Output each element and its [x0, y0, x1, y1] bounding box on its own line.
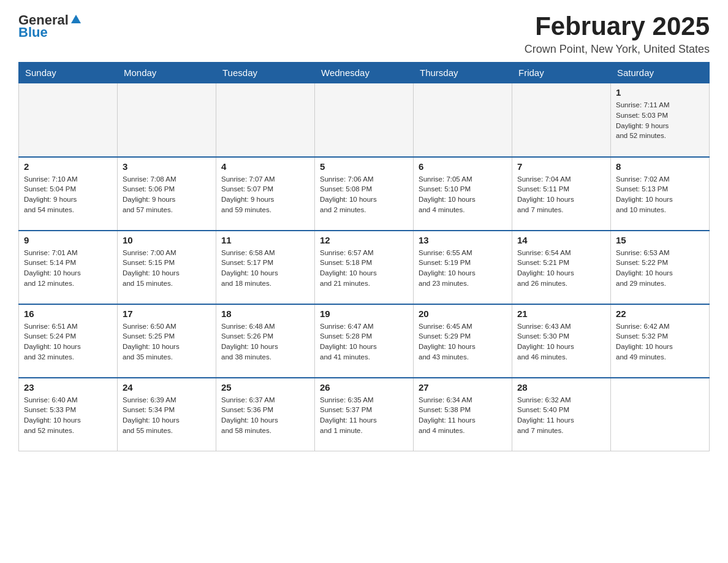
day-number: 1 — [616, 87, 704, 98]
day-info: Sunrise: 6:40 AM Sunset: 5:33 PM Dayligh… — [24, 395, 112, 436]
day-number: 15 — [616, 235, 704, 245]
calendar-day-cell: 10Sunrise: 7:00 AM Sunset: 5:15 PM Dayli… — [118, 231, 216, 304]
day-number: 22 — [616, 308, 704, 319]
day-info: Sunrise: 7:11 AM Sunset: 5:03 PM Dayligh… — [616, 100, 704, 141]
calendar-day-cell: 1Sunrise: 7:11 AM Sunset: 5:03 PM Daylig… — [611, 83, 710, 157]
calendar-week-row: 2Sunrise: 7:10 AM Sunset: 5:04 PM Daylig… — [19, 157, 710, 231]
day-number: 16 — [24, 308, 112, 319]
day-number: 12 — [320, 235, 408, 245]
day-number: 19 — [320, 308, 408, 319]
calendar-day-cell: 9Sunrise: 7:01 AM Sunset: 5:14 PM Daylig… — [19, 231, 118, 304]
day-info: Sunrise: 6:45 AM Sunset: 5:29 PM Dayligh… — [419, 321, 507, 362]
calendar-day-header: Tuesday — [216, 63, 315, 83]
calendar-day-cell: 20Sunrise: 6:45 AM Sunset: 5:29 PM Dayli… — [414, 304, 512, 378]
day-info: Sunrise: 6:42 AM Sunset: 5:32 PM Dayligh… — [616, 321, 704, 362]
day-number: 25 — [221, 382, 309, 393]
calendar-day-cell: 22Sunrise: 6:42 AM Sunset: 5:32 PM Dayli… — [611, 304, 710, 378]
day-info: Sunrise: 6:58 AM Sunset: 5:17 PM Dayligh… — [221, 248, 309, 289]
calendar-day-cell: 8Sunrise: 7:02 AM Sunset: 5:13 PM Daylig… — [611, 157, 710, 231]
day-info: Sunrise: 6:32 AM Sunset: 5:40 PM Dayligh… — [517, 395, 605, 436]
calendar-day-cell — [19, 83, 118, 157]
calendar-day-cell: 12Sunrise: 6:57 AM Sunset: 5:18 PM Dayli… — [315, 231, 414, 304]
day-info: Sunrise: 7:07 AM Sunset: 5:07 PM Dayligh… — [221, 174, 309, 215]
logo: General Blue — [18, 12, 82, 40]
day-number: 21 — [517, 308, 605, 319]
day-number: 3 — [123, 161, 211, 172]
day-number: 8 — [616, 161, 704, 172]
day-info: Sunrise: 7:05 AM Sunset: 5:10 PM Dayligh… — [419, 174, 507, 215]
calendar-day-cell: 2Sunrise: 7:10 AM Sunset: 5:04 PM Daylig… — [19, 157, 118, 231]
day-number: 24 — [123, 382, 211, 393]
month-title: February 2025 — [525, 12, 710, 40]
day-info: Sunrise: 7:00 AM Sunset: 5:15 PM Dayligh… — [123, 248, 211, 289]
day-number: 5 — [320, 161, 408, 172]
day-info: Sunrise: 6:53 AM Sunset: 5:22 PM Dayligh… — [616, 248, 704, 289]
calendar-day-cell — [315, 83, 414, 157]
calendar-day-header: Wednesday — [315, 63, 414, 83]
calendar-day-cell: 16Sunrise: 6:51 AM Sunset: 5:24 PM Dayli… — [19, 304, 118, 378]
day-info: Sunrise: 7:01 AM Sunset: 5:14 PM Dayligh… — [24, 248, 112, 289]
day-number: 27 — [419, 382, 507, 393]
day-info: Sunrise: 6:57 AM Sunset: 5:18 PM Dayligh… — [320, 248, 408, 289]
calendar-day-cell: 4Sunrise: 7:07 AM Sunset: 5:07 PM Daylig… — [216, 157, 315, 231]
page-header: General Blue February 2025 Crown Point, … — [18, 12, 710, 56]
calendar-table: SundayMondayTuesdayWednesdayThursdayFrid… — [18, 62, 710, 451]
day-info: Sunrise: 6:37 AM Sunset: 5:36 PM Dayligh… — [221, 395, 309, 436]
day-info: Sunrise: 6:34 AM Sunset: 5:38 PM Dayligh… — [419, 395, 507, 436]
calendar-day-cell: 14Sunrise: 6:54 AM Sunset: 5:21 PM Dayli… — [512, 231, 611, 304]
day-info: Sunrise: 6:55 AM Sunset: 5:19 PM Dayligh… — [419, 248, 507, 289]
calendar-day-cell: 25Sunrise: 6:37 AM Sunset: 5:36 PM Dayli… — [216, 378, 315, 451]
day-info: Sunrise: 6:48 AM Sunset: 5:26 PM Dayligh… — [221, 321, 309, 362]
calendar-day-cell: 3Sunrise: 7:08 AM Sunset: 5:06 PM Daylig… — [118, 157, 216, 231]
calendar-day-cell: 24Sunrise: 6:39 AM Sunset: 5:34 PM Dayli… — [118, 378, 216, 451]
calendar-day-cell: 19Sunrise: 6:47 AM Sunset: 5:28 PM Dayli… — [315, 304, 414, 378]
day-number: 4 — [221, 161, 309, 172]
day-info: Sunrise: 7:10 AM Sunset: 5:04 PM Dayligh… — [24, 174, 112, 215]
day-info: Sunrise: 7:02 AM Sunset: 5:13 PM Dayligh… — [616, 174, 704, 215]
calendar-day-cell — [216, 83, 315, 157]
calendar-day-cell — [611, 378, 710, 451]
calendar-week-row: 16Sunrise: 6:51 AM Sunset: 5:24 PM Dayli… — [19, 304, 710, 378]
calendar-week-row: 9Sunrise: 7:01 AM Sunset: 5:14 PM Daylig… — [19, 231, 710, 304]
calendar-day-cell: 21Sunrise: 6:43 AM Sunset: 5:30 PM Dayli… — [512, 304, 611, 378]
svg-marker-0 — [71, 15, 81, 23]
day-info: Sunrise: 6:47 AM Sunset: 5:28 PM Dayligh… — [320, 321, 408, 362]
calendar-day-cell: 18Sunrise: 6:48 AM Sunset: 5:26 PM Dayli… — [216, 304, 315, 378]
day-number: 7 — [517, 161, 605, 172]
day-number: 2 — [24, 161, 112, 172]
day-info: Sunrise: 6:35 AM Sunset: 5:37 PM Dayligh… — [320, 395, 408, 436]
calendar-day-cell — [118, 83, 216, 157]
day-number: 18 — [221, 308, 309, 319]
calendar-day-cell: 13Sunrise: 6:55 AM Sunset: 5:19 PM Dayli… — [414, 231, 512, 304]
calendar-day-cell: 17Sunrise: 6:50 AM Sunset: 5:25 PM Dayli… — [118, 304, 216, 378]
day-number: 28 — [517, 382, 605, 393]
calendar-day-cell: 26Sunrise: 6:35 AM Sunset: 5:37 PM Dayli… — [315, 378, 414, 451]
calendar-day-header: Thursday — [414, 63, 512, 83]
calendar-day-cell: 11Sunrise: 6:58 AM Sunset: 5:17 PM Dayli… — [216, 231, 315, 304]
title-section: February 2025 Crown Point, New York, Uni… — [525, 12, 710, 56]
logo-triangle-icon — [70, 13, 82, 26]
calendar-day-cell: 6Sunrise: 7:05 AM Sunset: 5:10 PM Daylig… — [414, 157, 512, 231]
day-number: 6 — [419, 161, 507, 172]
calendar-day-cell: 7Sunrise: 7:04 AM Sunset: 5:11 PM Daylig… — [512, 157, 611, 231]
day-info: Sunrise: 6:50 AM Sunset: 5:25 PM Dayligh… — [123, 321, 211, 362]
day-info: Sunrise: 7:04 AM Sunset: 5:11 PM Dayligh… — [517, 174, 605, 215]
day-number: 17 — [123, 308, 211, 319]
calendar-day-cell: 27Sunrise: 6:34 AM Sunset: 5:38 PM Dayli… — [414, 378, 512, 451]
calendar-day-cell — [414, 83, 512, 157]
calendar-day-header: Friday — [512, 63, 611, 83]
calendar-day-cell: 5Sunrise: 7:06 AM Sunset: 5:08 PM Daylig… — [315, 157, 414, 231]
day-info: Sunrise: 6:39 AM Sunset: 5:34 PM Dayligh… — [123, 395, 211, 436]
calendar-day-cell: 23Sunrise: 6:40 AM Sunset: 5:33 PM Dayli… — [19, 378, 118, 451]
calendar-week-row: 1Sunrise: 7:11 AM Sunset: 5:03 PM Daylig… — [19, 83, 710, 157]
calendar-week-row: 23Sunrise: 6:40 AM Sunset: 5:33 PM Dayli… — [19, 378, 710, 451]
day-info: Sunrise: 7:08 AM Sunset: 5:06 PM Dayligh… — [123, 174, 211, 215]
location-subtitle: Crown Point, New York, United States — [525, 43, 710, 56]
calendar-day-header: Monday — [118, 63, 216, 83]
day-number: 26 — [320, 382, 408, 393]
day-info: Sunrise: 6:54 AM Sunset: 5:21 PM Dayligh… — [517, 248, 605, 289]
calendar-day-header: Saturday — [611, 63, 710, 83]
day-number: 20 — [419, 308, 507, 319]
day-info: Sunrise: 6:51 AM Sunset: 5:24 PM Dayligh… — [24, 321, 112, 362]
day-info: Sunrise: 7:06 AM Sunset: 5:08 PM Dayligh… — [320, 174, 408, 215]
